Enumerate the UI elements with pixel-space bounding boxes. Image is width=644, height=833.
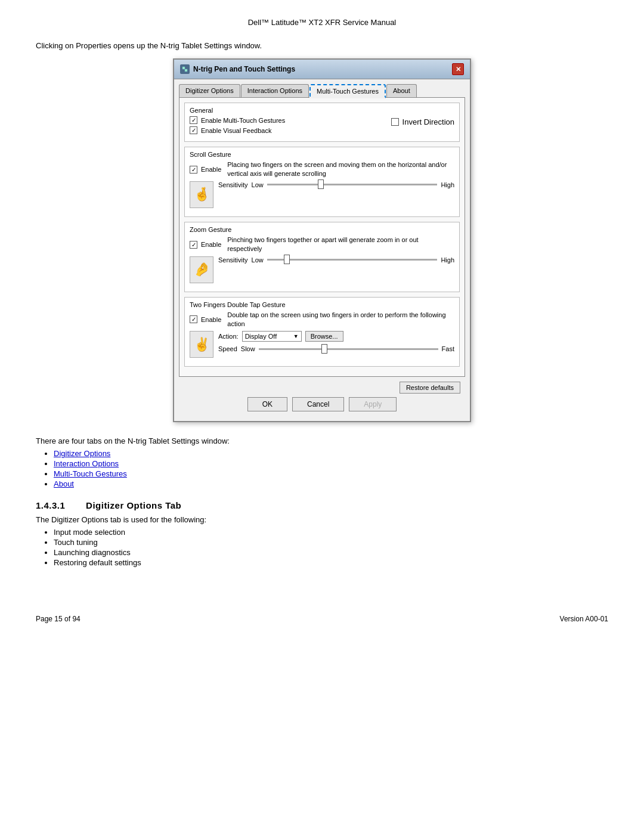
zoom-enable-checkbox[interactable] — [190, 241, 197, 249]
browse-button[interactable]: Browse... — [305, 331, 343, 342]
section-number: 1.4.3.1 — [36, 500, 65, 510]
scroll-gesture-info: Sensitivity Low High — [218, 181, 454, 188]
svg-rect-0 — [182, 67, 185, 69]
scroll-gesture-icon: 🤞 — [190, 181, 213, 208]
restore-row: Restore defaults — [184, 382, 460, 394]
invert-direction-label: Invert Direction — [402, 117, 454, 126]
action-dropdown[interactable]: Display Off ▼ — [242, 331, 302, 342]
tab-about[interactable]: About — [386, 84, 417, 97]
scroll-gesture-row: 🤞 Sensitivity Low — [190, 181, 454, 208]
enable-multitouch-row: Enable Multi-Touch Gestures — [190, 116, 379, 124]
button-row: OK Cancel Apply — [184, 397, 460, 411]
general-section: General Enable Multi-Touch Gestures Enab… — [184, 103, 460, 142]
link-about[interactable]: About — [54, 479, 74, 488]
enable-visual-feedback-label: Enable Visual Feedback — [201, 127, 271, 134]
ok-button[interactable]: OK — [247, 397, 287, 411]
two-finger-enable-label: Enable — [201, 316, 221, 323]
zoom-gesture-icon: 🤌 — [190, 256, 213, 283]
two-finger-label: Two Fingers Double Tap Gesture — [190, 301, 454, 308]
speed-row: Speed Slow Fast — [218, 345, 454, 352]
page-number: Page 15 of 94 — [36, 615, 80, 623]
dialog-body: Digitizer Options Interaction Options Mu… — [174, 79, 470, 421]
cancel-button[interactable]: Cancel — [292, 397, 344, 411]
scroll-gesture-section: Scroll Gesture Enable Placing two finger… — [184, 147, 460, 217]
zoom-gesture-section: Zoom Gesture Enable Pinching two fingers… — [184, 222, 460, 292]
list-item-about: About — [54, 479, 608, 488]
two-finger-section: Two Fingers Double Tap Gesture Enable Do… — [184, 297, 460, 367]
enable-multitouch-checkbox[interactable] — [190, 116, 197, 124]
version-number: Version A00-01 — [560, 615, 608, 623]
dialog-window: N-trig Pen and Touch Settings ✕ Digitize… — [173, 58, 471, 422]
invert-direction-checkbox[interactable] — [391, 118, 399, 126]
enable-multitouch-label: Enable Multi-Touch Gestures — [201, 117, 285, 124]
tab-digitizer-options[interactable]: Digitizer Options — [179, 84, 240, 97]
link-digitizer-options[interactable]: Digitizer Options — [54, 449, 110, 458]
scroll-low-label: Low — [252, 181, 264, 188]
dialog-title: N-trig Pen and Touch Settings — [193, 65, 295, 73]
intro-text: Clicking on Properties opens up the N-tr… — [36, 41, 608, 50]
scroll-slider-thumb[interactable] — [318, 179, 324, 189]
enable-visual-feedback-row: Enable Visual Feedback — [190, 126, 379, 134]
page-footer: Page 15 of 94 Version A00-01 — [36, 615, 608, 623]
titlebar-left: N-trig Pen and Touch Settings — [180, 64, 295, 74]
apply-button[interactable]: Apply — [349, 397, 397, 411]
general-label: General — [190, 107, 454, 114]
restore-defaults-button[interactable]: Restore defaults — [400, 382, 460, 394]
scroll-enable-label: Enable — [201, 166, 221, 173]
enable-visual-feedback-checkbox[interactable] — [190, 126, 197, 134]
digitizer-intro: The Digitizer Options tab is used for th… — [36, 515, 608, 524]
list-item-interaction: Interaction Options — [54, 459, 608, 468]
general-left: Enable Multi-Touch Gestures Enable Visua… — [190, 116, 379, 137]
zoom-gesture-label: Zoom Gesture — [190, 226, 454, 233]
two-finger-enable-row: Enable Double tap on the screen using tw… — [190, 311, 454, 329]
dialog-titlebar: N-trig Pen and Touch Settings ✕ — [174, 60, 470, 79]
tabs-intro: There are four tabs on the N-trig Tablet… — [36, 436, 608, 445]
action-value: Display Off — [245, 333, 277, 340]
page-header: Dell™ Latitude™ XT2 XFR Service Manual — [36, 18, 608, 27]
close-button[interactable]: ✕ — [452, 63, 464, 75]
zoom-sensitivity-row: Sensitivity Low High — [218, 256, 454, 264]
scroll-slider-container — [267, 184, 438, 185]
zoom-enable-label: Enable — [201, 241, 221, 248]
scroll-gesture-label: Scroll Gesture — [190, 151, 454, 158]
fast-label: Fast — [442, 345, 454, 352]
list-item-launching-diagnostics: Launching diagnostics — [54, 548, 608, 557]
list-item-multitouch: Multi-Touch Gestures — [54, 469, 608, 478]
content-panel: General Enable Multi-Touch Gestures Enab… — [179, 97, 465, 377]
zoom-gesture-info: Sensitivity Low High — [218, 256, 454, 264]
link-multitouch-gestures[interactable]: Multi-Touch Gestures — [54, 469, 127, 478]
general-right: Invert Direction — [391, 117, 454, 126]
speed-slider-container — [259, 348, 438, 350]
two-finger-gesture-info: Action: Display Off ▼ Browse... — [218, 331, 454, 352]
scroll-high-label: High — [441, 181, 454, 188]
scroll-enable-row: Enable Placing two fingers on the screen… — [190, 160, 454, 179]
zoom-low-label: Low — [252, 256, 264, 264]
scroll-enable-checkbox[interactable] — [190, 166, 197, 174]
dialog-wrapper: N-trig Pen and Touch Settings ✕ Digitize… — [36, 58, 608, 422]
link-interaction-options[interactable]: Interaction Options — [54, 459, 119, 468]
list-item-digitizer: Digitizer Options — [54, 449, 608, 458]
dropdown-arrow-icon: ▼ — [293, 333, 299, 339]
scroll-description: Placing two fingers on the screen and mo… — [227, 160, 454, 179]
dialog-footer: Restore defaults OK Cancel Apply — [179, 377, 465, 416]
tab-multitouch-gestures[interactable]: Multi-Touch Gestures — [309, 84, 386, 98]
zoom-sensitivity-label: Sensitivity — [218, 256, 248, 264]
scroll-sensitivity-label: Sensitivity — [218, 181, 248, 188]
action-row: Action: Display Off ▼ Browse... — [218, 331, 454, 342]
two-finger-enable-checkbox[interactable] — [190, 315, 197, 323]
action-label: Action: — [218, 333, 239, 340]
slow-label: Slow — [241, 345, 255, 352]
section-title: Digitizer Options Tab — [86, 500, 181, 510]
zoom-description: Pinching two fingers together or apart w… — [227, 236, 454, 254]
zoom-slider-track — [267, 259, 438, 261]
zoom-slider-thumb[interactable] — [284, 255, 290, 264]
tabs-list: Digitizer Options Interaction Options Mu… — [54, 449, 608, 488]
speed-slider-thumb[interactable] — [321, 344, 327, 354]
two-finger-gesture-row: ✌️ Action: Display Off ▼ Browse... — [190, 331, 454, 358]
tab-interaction-options[interactable]: Interaction Options — [241, 84, 309, 97]
general-row: Enable Multi-Touch Gestures Enable Visua… — [190, 116, 454, 137]
zoom-gesture-row: 🤌 Sensitivity Low — [190, 256, 454, 283]
zoom-enable-row: Enable Pinching two fingers together or … — [190, 236, 454, 254]
below-dialog: There are four tabs on the N-trig Tablet… — [36, 436, 608, 488]
svg-rect-1 — [185, 69, 187, 72]
